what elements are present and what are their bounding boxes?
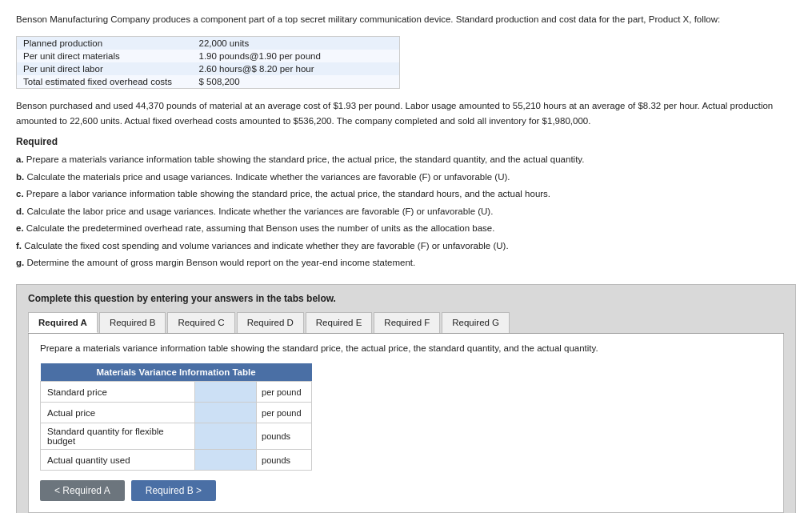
mv-row-input[interactable]: [195, 450, 256, 470]
complete-box-title: Complete this question by entering your …: [28, 293, 784, 304]
tab-reqG[interactable]: Required G: [442, 312, 510, 333]
tab-content-area: Prepare a materials variance information…: [28, 334, 784, 513]
question-d: d. Calculate the labor price and usage v…: [16, 204, 796, 220]
mv-row-input[interactable]: [195, 423, 256, 449]
prod-label: Total estimated fixed overhead costs: [17, 75, 193, 89]
prod-value: 22,000 units: [193, 37, 400, 50]
tab-reqF[interactable]: Required F: [374, 312, 440, 333]
production-row: Planned production22,000 units: [17, 37, 400, 50]
mv-table-row: Actual quantity used pounds: [41, 450, 312, 471]
prev-button[interactable]: < Required A: [40, 480, 125, 501]
mv-row-input[interactable]: [195, 403, 256, 423]
prod-value: 1.90 pounds@1.90 per pound: [193, 50, 400, 62]
question-f: f. Calculate the fixed cost spending and…: [16, 238, 796, 254]
tab-reqE[interactable]: Required E: [306, 312, 373, 333]
question-g: g. Determine the amount of gross margin …: [16, 255, 796, 271]
mv-row-unit: pounds: [257, 450, 312, 471]
mv-row-input[interactable]: [195, 382, 256, 402]
question-e: e. Calculate the predetermined overhead …: [16, 221, 796, 237]
mv-row-label: Standard price: [41, 382, 195, 403]
nav-buttons: < Required A Required B >: [40, 480, 772, 501]
prod-label: Per unit direct labor: [17, 62, 193, 75]
production-info-table: Planned production22,000 unitsPer unit d…: [16, 36, 400, 89]
questions-list: a. Prepare a materials variance informat…: [16, 152, 796, 271]
mv-row-input-cell[interactable]: [195, 382, 257, 403]
mv-row-label: Standard quantity for flexible budget: [41, 423, 195, 450]
mv-table-row: Standard quantity for flexible budget po…: [41, 423, 312, 450]
mv-row-unit: per pound: [257, 382, 312, 403]
question-b: b. Calculate the materials price and usa…: [16, 170, 796, 186]
required-heading: Required: [16, 136, 796, 147]
tab-reqC[interactable]: Required C: [167, 312, 234, 333]
tab-reqD[interactable]: Required D: [237, 312, 304, 333]
tab-reqB[interactable]: Required B: [99, 312, 166, 333]
complete-box: Complete this question by entering your …: [16, 284, 796, 513]
mv-row-label: Actual price: [41, 403, 195, 423]
production-row: Per unit direct materials1.90 pounds@1.9…: [17, 50, 400, 62]
prod-value: $ 508,200: [193, 75, 400, 89]
table-title: Materials Variance Information Table: [41, 363, 312, 382]
mv-table-row: Actual price per pound: [41, 403, 312, 423]
tab-description: Prepare a materials variance information…: [40, 342, 772, 355]
production-row: Per unit direct labor2.60 hours@$ 8.20 p…: [17, 62, 400, 75]
tabs-row: Required ARequired BRequired CRequired D…: [28, 312, 784, 334]
prod-label: Per unit direct materials: [17, 50, 193, 62]
prod-label: Planned production: [17, 37, 193, 50]
next-button[interactable]: Required B >: [131, 480, 216, 501]
mv-table-wrapper: Materials Variance Information Table Sta…: [40, 363, 772, 471]
materials-variance-table: Materials Variance Information Table Sta…: [40, 363, 312, 471]
intro-paragraph: Benson Manufacturing Company produces a …: [16, 13, 796, 26]
mv-row-unit: per pound: [257, 403, 312, 423]
body-paragraph: Benson purchased and used 44,370 pounds …: [16, 98, 796, 128]
mv-row-unit: pounds: [257, 423, 312, 450]
question-c: c. Prepare a labor variance information …: [16, 186, 796, 202]
question-a: a. Prepare a materials variance informat…: [16, 152, 796, 168]
production-row: Total estimated fixed overhead costs$ 50…: [17, 75, 400, 89]
mv-row-input-cell[interactable]: [195, 403, 257, 423]
prod-value: 2.60 hours@$ 8.20 per hour: [193, 62, 400, 75]
mv-row-input-cell[interactable]: [195, 423, 257, 450]
mv-row-label: Actual quantity used: [41, 450, 195, 471]
mv-row-input-cell[interactable]: [195, 450, 257, 471]
tab-reqA[interactable]: Required A: [28, 312, 98, 333]
mv-table-row: Standard price per pound: [41, 382, 312, 403]
